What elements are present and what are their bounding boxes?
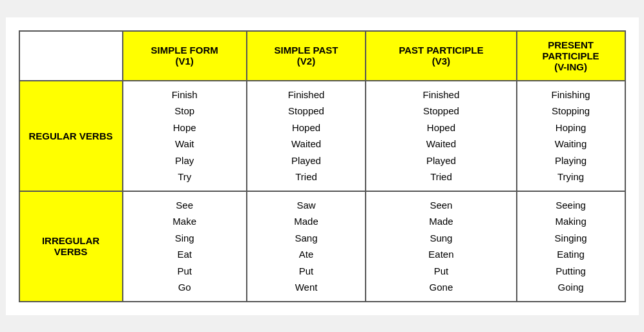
irregular-v3: SeenMadeSungEatenPutGone (366, 191, 516, 302)
regular-verbs-label: REGULAR VERBS (19, 81, 123, 191)
regular-verbs-row: REGULAR VERBS FinishStopHopeWaitPlayTry … (19, 81, 625, 191)
irregular-v2: SawMadeSangAtePutWent (247, 191, 366, 302)
header-v2: SIMPLE PAST(V2) (247, 31, 366, 81)
header-empty (19, 31, 123, 81)
regular-v3: FinishedStoppedHopedWaitedPlayedTried (366, 81, 516, 191)
irregular-ving: SeeingMakingSingingEatingPuttingGoing (517, 191, 625, 302)
regular-v1: FinishStopHopeWaitPlayTry (123, 81, 247, 191)
irregular-verbs-row: IRREGULAR VERBS SeeMakeSingEatPutGo SawM… (19, 191, 625, 302)
header-v3: PAST PARTICIPLE(V3) (366, 31, 516, 81)
regular-v2: FinishedStoppedHopedWaitedPlayedTried (247, 81, 366, 191)
regular-ving: FinishingStoppingHopingWaitingPlayingTry… (517, 81, 625, 191)
irregular-verbs-label: IRREGULAR VERBS (19, 191, 123, 302)
header-v1: SIMPLE FORM(V1) (123, 31, 247, 81)
header-ving: PRESENTPARTICIPLE(V-ING) (517, 31, 625, 81)
verb-table: SIMPLE FORM(V1) SIMPLE PAST(V2) PAST PAR… (19, 30, 626, 302)
irregular-v1: SeeMakeSingEatPutGo (123, 191, 247, 302)
table-container: SIMPLE FORM(V1) SIMPLE PAST(V2) PAST PAR… (6, 17, 639, 315)
